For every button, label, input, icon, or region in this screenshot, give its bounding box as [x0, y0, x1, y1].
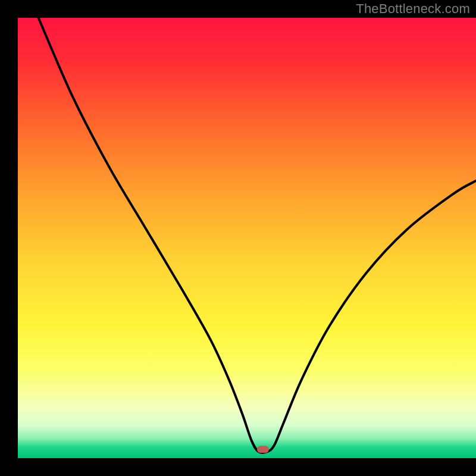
watermark-text: TheBottleneck.com	[356, 1, 470, 17]
bottleneck-chart: TheBottleneck.com	[0, 0, 476, 476]
plot-background	[18, 18, 476, 458]
chart-svg	[0, 0, 476, 476]
optimal-marker	[257, 446, 269, 453]
